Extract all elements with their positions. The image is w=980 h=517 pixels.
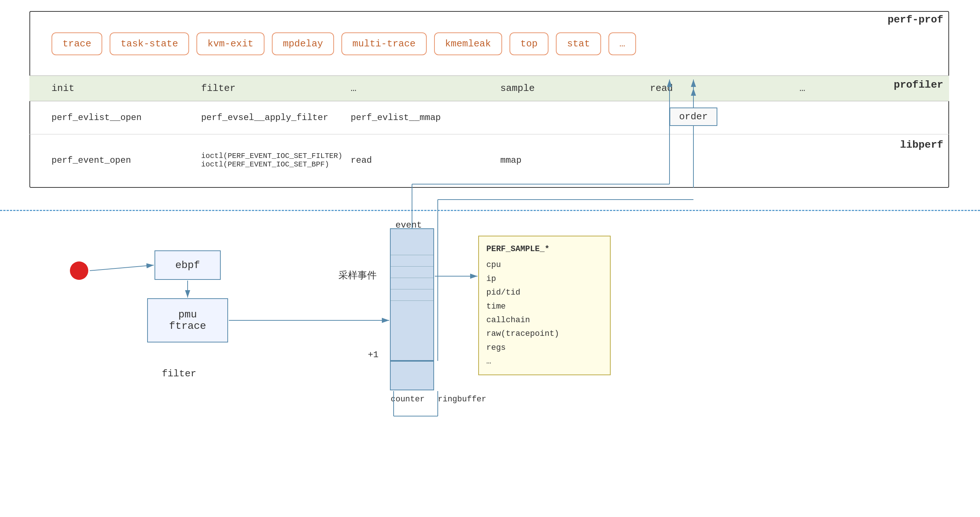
middle-item: perf_evlist__mmap xyxy=(351,113,500,123)
profiler-label: profiler xyxy=(894,79,943,91)
perf-sample-line: callchain xyxy=(486,313,603,327)
libperf-item: ioctl(PERF_EVENT_IOC_SET_FILTER)ioctl(PE… xyxy=(201,152,351,169)
perf-sample-line: raw(tracepoint) xyxy=(486,327,603,341)
middle-items: perf_evlist__openperf_evsel__apply_filte… xyxy=(29,113,949,123)
perf-sample-line: cpu xyxy=(486,258,603,272)
libperf-items: perf_event_openioctl(PERF_EVENT_IOC_SET_… xyxy=(29,152,949,169)
profiler-items: initfilter…sampleread… xyxy=(29,83,949,94)
event-box xyxy=(390,228,434,361)
orange-button[interactable]: trace xyxy=(51,32,102,55)
buttons-row: tracetask-statekvm-exitmpdelaymulti-trac… xyxy=(29,25,949,55)
perf-sample-line: time xyxy=(486,300,603,313)
profiler-item: filter xyxy=(201,83,351,94)
filter-label: filter xyxy=(162,368,196,379)
orange-button[interactable]: task-state xyxy=(110,32,189,55)
orange-button[interactable]: … xyxy=(608,32,636,55)
perf-sample-box: PERF_SAMPLE_*cpuippid/tidtimecallchainra… xyxy=(478,236,611,375)
counter-box xyxy=(390,361,434,390)
orange-button[interactable]: multi-trace xyxy=(341,32,427,55)
perf-sample-line: … xyxy=(486,354,603,368)
profiler-row: initfilter…sampleread… xyxy=(29,75,949,101)
profiler-item: sample xyxy=(500,83,650,94)
sample-event-label: 采样事件 xyxy=(339,269,377,282)
orange-button[interactable]: mpdelay xyxy=(272,32,334,55)
middle-item: perf_evsel__apply_filter xyxy=(201,113,351,123)
profiler-item: … xyxy=(351,83,500,94)
libperf-row: perf_event_openioctl(PERF_EVENT_IOC_SET_… xyxy=(29,136,949,184)
order-box: order xyxy=(670,107,718,126)
perf-sample-line: ip xyxy=(486,272,603,286)
perf-sample-line: regs xyxy=(486,341,603,354)
plus-one-label: +1 xyxy=(368,350,379,360)
perf-prof-label: perf-prof xyxy=(888,14,943,26)
pmu-label: pmu xyxy=(178,309,197,320)
libperf-item: mmap xyxy=(500,155,650,165)
dashed-divider xyxy=(0,210,980,211)
ringbuffer-label: ringbuffer xyxy=(438,395,486,404)
pmu-ftrace-box: pmu ftrace xyxy=(147,298,228,343)
middle-item: perf_evlist__open xyxy=(51,113,201,123)
middle-row: perf_evlist__openperf_evsel__apply_filte… xyxy=(29,101,949,134)
ftrace-label: ftrace xyxy=(169,320,206,332)
orange-button[interactable]: stat xyxy=(556,32,601,55)
libperf-item: perf_event_open xyxy=(51,155,201,165)
libperf-item: read xyxy=(351,155,500,165)
orange-button[interactable]: kmemleak xyxy=(434,32,502,55)
profiler-item: read xyxy=(650,83,800,94)
perf-sample-line: PERF_SAMPLE_* xyxy=(486,242,603,256)
orange-button[interactable]: top xyxy=(509,32,549,55)
profiler-item: init xyxy=(51,83,201,94)
diagram: perf-prof tracetask-statekvm-exitmpdelay… xyxy=(0,0,980,517)
counter-label: counter xyxy=(391,395,425,404)
orange-button[interactable]: kvm-exit xyxy=(196,32,264,55)
red-dot xyxy=(70,262,88,280)
ebpf-box: ebpf xyxy=(154,251,221,280)
svg-line-2 xyxy=(90,265,154,271)
perf-sample-line: pid/tid xyxy=(486,286,603,299)
